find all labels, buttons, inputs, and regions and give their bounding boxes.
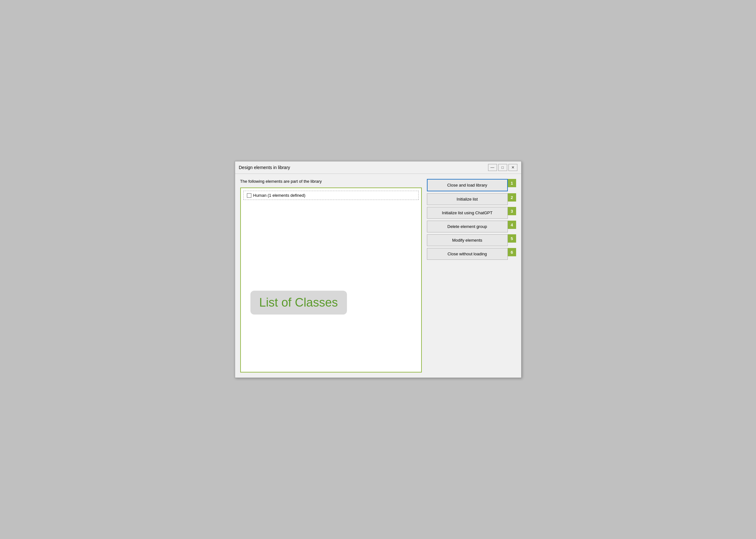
close-button[interactable]: ✕: [509, 164, 518, 171]
window-content: The following elements are part of the l…: [235, 174, 521, 378]
badge-3: 3: [508, 207, 516, 215]
left-panel: The following elements are part of the l…: [240, 179, 422, 372]
btn-wrapper-5: Modify elements 5: [427, 234, 516, 246]
badge-6: 6: [508, 248, 516, 256]
watermark-label: List of Classes: [250, 291, 347, 315]
badge-4: 4: [508, 221, 516, 229]
btn-wrapper-3: Initialize list using ChatGPT 3: [427, 207, 516, 219]
main-window: Design elements in library — □ ✕ The fol…: [235, 161, 521, 378]
description-text: The following elements are part of the l…: [240, 179, 422, 184]
class-item-label: Human (1 elements defined): [253, 193, 306, 198]
badge-2: 2: [508, 193, 516, 201]
badge-1: 1: [508, 179, 516, 187]
class-list-area[interactable]: Human (1 elements defined): [243, 191, 419, 200]
minimize-button[interactable]: —: [488, 164, 497, 171]
btn-wrapper-6: Close without loading 6: [427, 248, 516, 260]
right-panel: Close and load library 1 Initialize list…: [427, 179, 516, 372]
window-title: Design elements in library: [239, 165, 290, 170]
close-and-load-button[interactable]: Close and load library: [427, 179, 508, 192]
badge-5: 5: [508, 234, 516, 243]
title-bar-left: Design elements in library: [239, 165, 290, 170]
delete-element-group-button[interactable]: Delete element group: [427, 221, 508, 232]
initialize-list-button[interactable]: Initialize list: [427, 193, 508, 205]
initialize-list-chatgpt-button[interactable]: Initialize list using ChatGPT: [427, 207, 508, 219]
library-container: Human (1 elements defined) List of Class…: [240, 188, 422, 372]
btn-wrapper-1: Close and load library 1: [427, 179, 516, 192]
title-bar: Design elements in library — □ ✕: [235, 161, 521, 174]
class-checkbox-icon[interactable]: [247, 193, 251, 198]
btn-wrapper-2: Initialize list 2: [427, 193, 516, 205]
close-without-loading-button[interactable]: Close without loading: [427, 248, 508, 260]
maximize-button[interactable]: □: [498, 164, 507, 171]
title-bar-controls: — □ ✕: [488, 164, 518, 171]
btn-wrapper-4: Delete element group 4: [427, 221, 516, 232]
modify-elements-button[interactable]: Modify elements: [427, 234, 508, 246]
